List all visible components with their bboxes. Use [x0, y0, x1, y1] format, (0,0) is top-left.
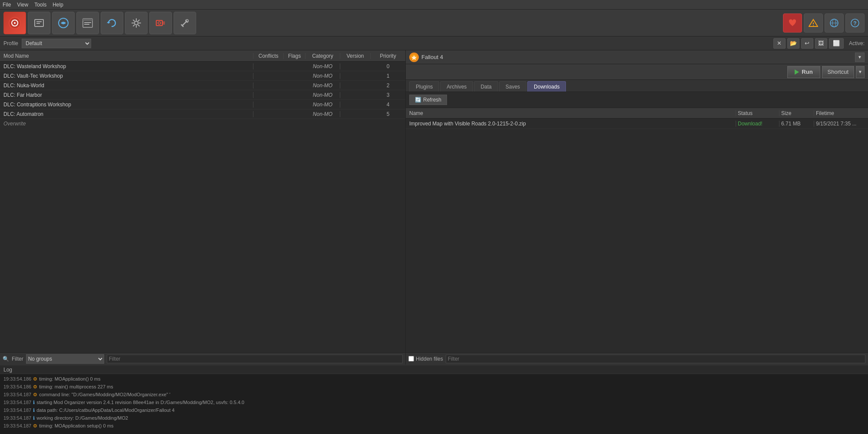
log-type-icon: ℹ	[33, 415, 35, 421]
dl-col-header-name[interactable]: Name	[408, 110, 736, 116]
mod-priority-cell: 3	[371, 92, 405, 98]
groups-select[interactable]: No groups	[26, 354, 104, 364]
toolbar-right: ?	[783, 13, 865, 33]
tab-plugins[interactable]: Plugins	[409, 81, 439, 92]
run-button[interactable]: Run	[787, 66, 820, 78]
svg-rect-9	[84, 22, 91, 23]
help-button[interactable]: ?	[845, 13, 865, 33]
log-line: 19:33:54.187ℹdata path: C:/Users/catbu/A…	[3, 406, 865, 414]
dl-filter-bar: Hidden files	[406, 352, 868, 365]
heart-icon	[788, 18, 797, 28]
download-row[interactable]: Improved Map with Visible Roads 2.0-1215…	[406, 118, 868, 129]
shortcut-dropdown-button[interactable]: ▼	[856, 66, 865, 78]
instance-button[interactable]	[28, 12, 50, 34]
toolbar: ?	[0, 10, 868, 36]
dl-name-cell: Improved Map with Visible Roads 2.0-1215…	[408, 121, 736, 127]
svg-marker-11	[107, 21, 110, 23]
right-panel: Fallout 4 ▼ Run Shortcut ▼ Plugins Archi…	[406, 50, 868, 365]
downloads-spacer	[406, 129, 868, 352]
screenshot-button[interactable]: 🖼	[815, 38, 827, 49]
log-label: Log	[3, 367, 12, 373]
plugins-button[interactable]	[149, 12, 172, 34]
mod-category-cell: Non-MO	[306, 102, 340, 108]
col-header-version[interactable]: Version	[340, 53, 371, 59]
col-header-conflicts[interactable]: Conflicts	[253, 53, 284, 59]
menu-view[interactable]: View	[17, 2, 28, 8]
right-filter-input[interactable]	[107, 355, 403, 363]
menu-tools[interactable]: Tools	[34, 2, 46, 8]
overwrite-label: Overwrite	[3, 121, 26, 127]
svg-rect-4	[36, 21, 42, 22]
instance-icon	[33, 17, 45, 29]
dl-col-header-filetime[interactable]: Filetime	[814, 110, 866, 116]
refresh-toolbar-button[interactable]	[101, 12, 123, 34]
dl-col-header-size[interactable]: Size	[779, 110, 814, 116]
logo-button[interactable]	[3, 12, 26, 34]
table-row[interactable]: DLC: Wasteland Workshop Non-MO 0	[0, 62, 405, 71]
resize-button[interactable]: ⬜	[829, 38, 844, 49]
mod-category-cell: Non-MO	[306, 63, 340, 69]
svg-rect-13	[156, 20, 162, 26]
log-message: timing: MOApplication setup() 0 ms	[39, 423, 113, 428]
dl-col-header-status[interactable]: Status	[736, 110, 779, 116]
refresh-downloads-button[interactable]: 🔄 Refresh	[409, 95, 447, 105]
table-row[interactable]: DLC: Automatron Non-MO 5	[0, 109, 405, 119]
menu-help[interactable]: Help	[53, 2, 63, 8]
mod-table: Mod Name Conflicts Flags Category Versio…	[0, 50, 405, 352]
tab-saves[interactable]: Saves	[499, 81, 526, 92]
settings-button[interactable]	[125, 12, 148, 34]
col-header-modname[interactable]: Mod Name	[0, 53, 253, 59]
table-row[interactable]: DLC: Contraptions Workshop Non-MO 4	[0, 100, 405, 109]
tab-archives[interactable]: Archives	[440, 81, 473, 92]
run-label: Run	[802, 69, 812, 75]
game-icon	[409, 53, 419, 62]
log-message: timing: main() multiprocess 227 ms	[39, 384, 113, 389]
mod-name-cell: DLC: Vault-Tec Workshop	[0, 73, 253, 79]
folder-button[interactable]: 📂	[787, 38, 799, 49]
dl-filetime-cell: 9/15/2021 7:35 ...	[814, 121, 866, 127]
update-button[interactable]	[825, 13, 844, 33]
menu-file[interactable]: File	[3, 2, 11, 8]
dl-rows-container: Improved Map with Visible Roads 2.0-1215…	[406, 118, 868, 129]
toolbar-left	[3, 12, 196, 34]
hidden-files-checkbox[interactable]	[408, 356, 414, 362]
mod-name-cell: DLC: Nuka-World	[0, 82, 253, 89]
profiles-button[interactable]	[76, 12, 99, 34]
help-icon: ?	[850, 18, 860, 28]
mod-category-cell: Non-MO	[306, 82, 340, 89]
mod-name-cell: DLC: Wasteland Workshop	[0, 63, 253, 69]
game-dropdown-button[interactable]: ▼	[855, 53, 865, 62]
mod-name-cell: DLC: Contraptions Workshop	[0, 102, 253, 108]
col-header-flags[interactable]: Flags	[284, 53, 306, 59]
table-row[interactable]: DLC: Nuka-World Non-MO 2	[0, 81, 405, 90]
logo-icon	[8, 16, 21, 30]
profile-bar: Profile Default ✕ 📂 ↩ 🖼 ⬜ Active:	[0, 36, 868, 50]
profile-select[interactable]: Default	[22, 39, 91, 48]
tab-downloads[interactable]: Downloads	[527, 81, 566, 92]
tools-button[interactable]	[174, 12, 196, 34]
svg-point-12	[135, 21, 138, 25]
log-timestamp: 19:33:54.187	[3, 392, 31, 397]
remove-profile-button[interactable]: ✕	[773, 38, 786, 49]
warning-button[interactable]	[804, 13, 823, 33]
endorse-button[interactable]	[783, 13, 802, 33]
fallout-icon	[410, 53, 418, 61]
undo-button[interactable]: ↩	[801, 38, 813, 49]
col-header-priority[interactable]: Priority	[371, 53, 405, 59]
profile-actions: ✕ 📂 ↩ 🖼 ⬜ Active:	[773, 38, 865, 49]
nexus-button[interactable]	[52, 12, 75, 34]
shortcut-button[interactable]: Shortcut	[822, 66, 854, 78]
log-message: timing: MOApplication() 0 ms	[39, 376, 100, 381]
log-timestamp: 19:33:54.187	[3, 408, 31, 413]
table-row[interactable]: DLC: Far Harbor Non-MO 3	[0, 90, 405, 100]
left-panel: Mod Name Conflicts Flags Category Versio…	[0, 50, 406, 365]
dl-size-cell: 6.71 MB	[779, 121, 814, 127]
mod-priority-cell: 5	[371, 111, 405, 117]
tab-data[interactable]: Data	[474, 81, 498, 92]
dl-filter-input[interactable]	[446, 355, 865, 363]
table-row[interactable]: DLC: Vault-Tec Workshop Non-MO 1	[0, 71, 405, 81]
hidden-files-label: Hidden files	[416, 356, 443, 362]
log-type-icon: ⚙	[33, 392, 37, 397]
col-header-category[interactable]: Category	[306, 53, 340, 59]
overwrite-row: Overwrite	[0, 119, 405, 128]
